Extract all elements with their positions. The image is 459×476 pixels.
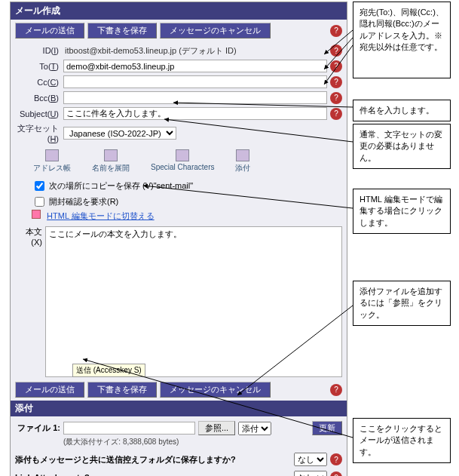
icon-toolbar: アドレス帳 名前を展開 Special Characters 添付 (11, 146, 347, 177)
update-button[interactable]: 更新 (312, 421, 342, 435)
toolbar-top: メールの送信 下書きを保存 メッセージのキャンセル ? (11, 20, 347, 41)
label-to: To(T) (15, 62, 63, 71)
options-area: 次の場所にコピーを保存 (V)"sent-mail" 開封確認を要求(R) HT… (11, 177, 347, 225)
save-draft-button[interactable]: 下書きを保存 (87, 23, 157, 38)
subject-input[interactable] (63, 107, 327, 120)
help-icon[interactable]: ? (330, 471, 342, 476)
help-icon[interactable]: ? (330, 76, 342, 88)
save-attach-row: 添付もメッセージと共に送信控えフォルダに保存しますか? なし ? (11, 450, 347, 468)
body-textarea[interactable] (45, 226, 342, 377)
help-icon[interactable]: ? (330, 60, 342, 72)
save-copy-input[interactable] (35, 181, 44, 191)
special-chars-button[interactable]: Special Characters (151, 149, 214, 174)
link-attach-row: Link Attachments? なし ? (11, 468, 347, 476)
read-receipt-checkbox[interactable]: 開封確認を要求(R) (32, 194, 326, 210)
attach-file-row: ファイル 1: 参照... 添付 更新 (15, 419, 342, 437)
compose-mail-window: メール作成 メールの送信 下書きを保存 メッセージのキャンセル ? ID(I) … (10, 2, 347, 476)
callout-subject: 件名を入力します。 (353, 100, 451, 121)
html-mode-link[interactable]: HTML 編集モードに切替える (32, 210, 326, 222)
window-title: メール作成 (11, 2, 347, 20)
help-icon[interactable]: ? (330, 453, 342, 465)
attach-file-input[interactable] (63, 422, 195, 435)
send-button[interactable]: メールの送信 (15, 23, 84, 38)
read-receipt-input[interactable] (35, 197, 44, 207)
to-input[interactable] (63, 60, 327, 72)
link-attach-question: Link Attachments? (15, 473, 294, 476)
help-icon[interactable]: ? (330, 384, 342, 396)
row-subject: Subject(U) ? (15, 106, 342, 121)
cc-input[interactable] (63, 75, 327, 88)
attach-header: 添付 (11, 401, 347, 416)
cancel-button-bottom[interactable]: メッセージのキャンセル (160, 382, 271, 398)
callout-attach: 添付ファイルを追加するには「参照」をクリック。 (353, 281, 451, 326)
attach-area: ファイル 1: 参照... 添付 更新 (最大添付サイズ: 8,388,608 … (11, 416, 347, 450)
link-attach-select[interactable]: なし (294, 471, 327, 476)
callout-charset: 通常、文字セットの変更の必要はありません。 (353, 124, 451, 169)
row-cc: Cc(C) ? (15, 74, 342, 90)
expand-icon (104, 149, 118, 161)
row-charset: 文字セット(H) Japanese (ISO-2022-JP) (15, 121, 342, 145)
charset-select[interactable]: Japanese (ISO-2022-JP) (63, 127, 176, 140)
id-value: itboost@xbit-demo53.lineup.jp (デフォルト ID) (63, 45, 237, 57)
row-to: To(T) ? (15, 58, 342, 74)
attach-button[interactable]: 添付 (235, 149, 250, 174)
save-copy-checkbox[interactable]: 次の場所にコピーを保存 (V)"sent-mail" (32, 178, 326, 194)
special-chars-icon (176, 149, 189, 161)
callout-recipients: 宛先(To:)、同報(Cc:)、隠れ同報(Bcc:)のメールアドレスを入力。※宛… (353, 2, 451, 78)
help-icon[interactable]: ? (330, 92, 342, 104)
send-button-bottom[interactable]: メールの送信 (15, 382, 84, 398)
addressbook-button[interactable]: アドレス帳 (33, 149, 71, 174)
save-attach-select[interactable]: なし (294, 453, 327, 466)
save-draft-button-bottom[interactable]: 下書きを保存 (87, 382, 157, 398)
label-subject: Subject(U) (15, 109, 63, 118)
bcc-input[interactable] (63, 91, 327, 104)
addressbook-icon (45, 149, 59, 161)
row-bcc: Bcc(B) ? (15, 90, 342, 106)
row-id: ID(I) itboost@xbit-demo53.lineup.jp (デフォ… (15, 43, 342, 58)
label-charset: 文字セット(H) (15, 123, 63, 143)
label-body: 本文(X) (15, 226, 45, 377)
max-attach-note: (最大添付サイズ: 8,388,608 bytes) (15, 437, 342, 447)
cancel-button[interactable]: メッセージのキャンセル (160, 23, 271, 38)
attach-file-label: ファイル 1: (15, 422, 60, 434)
toolbar-bottom: メールの送信 下書きを保存 メッセージのキャンセル ? (11, 379, 347, 401)
callout-htmlmode: HTML 編集モードで編集する場合にクリックします。 (353, 189, 451, 234)
browse-button[interactable]: 参照... (198, 421, 235, 435)
send-tooltip: 送信 (Accesskey S) (72, 364, 145, 377)
save-attach-question: 添付もメッセージと共に送信控えフォルダに保存しますか? (15, 454, 294, 465)
attach-icon (236, 149, 249, 161)
pencil-icon (32, 210, 41, 219)
label-id: ID(I) (15, 46, 63, 55)
form-area: ID(I) itboost@xbit-demo53.lineup.jp (デフォ… (11, 41, 347, 146)
help-icon[interactable]: ? (330, 108, 342, 120)
expand-names-button[interactable]: 名前を展開 (92, 149, 130, 174)
callout-send: ここをクリックするとメールが送信されます。 (353, 418, 451, 463)
label-bcc: Bcc(B) (15, 94, 63, 103)
attach-disposition-select[interactable]: 添付 (238, 422, 271, 435)
row-body: 本文(X) (11, 225, 347, 379)
help-icon[interactable]: ? (330, 45, 342, 57)
help-icon[interactable]: ? (330, 25, 342, 37)
label-cc: Cc(C) (15, 78, 63, 87)
